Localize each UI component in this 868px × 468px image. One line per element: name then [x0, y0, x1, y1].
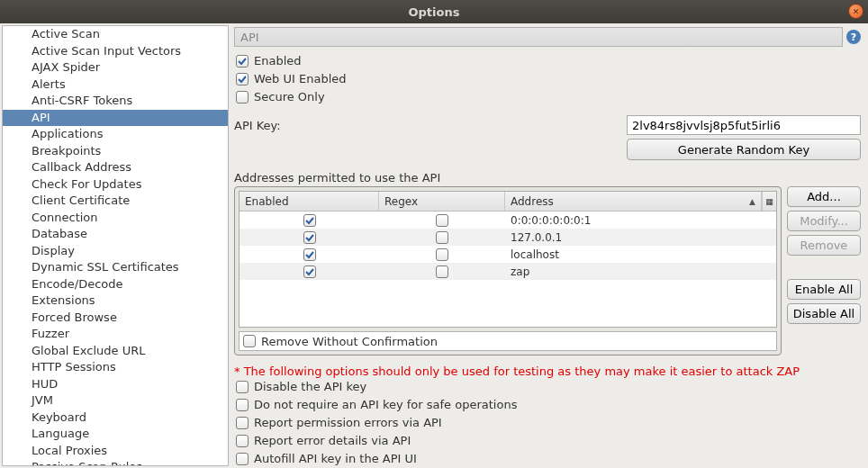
addresses-label: Addresses permitted to use the API	[234, 171, 861, 184]
disable-all-button[interactable]: Disable All	[787, 303, 861, 324]
label-webui-enabled: Web UI Enabled	[254, 71, 347, 87]
sidebar-item[interactable]: Active Scan Input Vectors	[3, 43, 228, 60]
row-address: localhost	[505, 248, 776, 261]
sidebar-item[interactable]: Language	[3, 426, 228, 443]
row-regex-checkbox[interactable]	[436, 214, 448, 227]
checkbox-remove-confirm[interactable]	[243, 335, 256, 347]
sidebar-item[interactable]: Local Proxies	[3, 443, 228, 460]
table-row[interactable]: 0:0:0:0:0:0:0:1	[240, 212, 776, 229]
checkbox-enabled[interactable]	[236, 55, 249, 68]
label-report-perm: Report permission errors via API	[254, 415, 442, 431]
add-button[interactable]: Add...	[787, 186, 861, 207]
row-report-err: Report error details via API	[234, 432, 861, 450]
main-panel: API ? Enabled Web UI Enabled Secure Only…	[231, 23, 868, 468]
label-disable-key: Disable the API key	[254, 379, 366, 395]
row-enabled: Enabled	[234, 52, 861, 70]
sidebar-item[interactable]: Extensions	[3, 292, 228, 310]
enable-all-button[interactable]: Enable All	[787, 279, 861, 300]
sidebar-item[interactable]: HUD	[3, 376, 228, 393]
window-title: Options	[409, 5, 460, 19]
help-icon[interactable]: ?	[846, 30, 861, 44]
sidebar-item[interactable]: HTTP Sessions	[3, 359, 228, 376]
label-enabled: Enabled	[254, 53, 302, 69]
table-body[interactable]: 0:0:0:0:0:0:0:1127.0.0.1localhostzap	[240, 212, 776, 327]
sidebar-item[interactable]: Display	[3, 243, 228, 260]
sidebar-item[interactable]: Active Scan	[3, 26, 228, 43]
checkbox-secure-only[interactable]	[236, 91, 249, 104]
sidebar-item[interactable]: Callback Address	[3, 159, 228, 176]
sidebar-item[interactable]: Anti-CSRF Tokens	[3, 93, 228, 110]
api-key-label: API Key:	[234, 119, 281, 132]
sidebar-item[interactable]: Dynamic SSL Certificates	[3, 259, 228, 276]
row-regex-checkbox[interactable]	[436, 266, 448, 278]
checkbox-webui-enabled[interactable]	[236, 73, 249, 86]
label-autofill: Autofill API key in the API UI	[254, 451, 417, 467]
row-regex-checkbox[interactable]	[436, 248, 448, 261]
checkbox-no-require[interactable]	[236, 399, 249, 411]
checkbox-disable-key[interactable]	[236, 381, 249, 393]
row-regex-checkbox[interactable]	[436, 231, 448, 244]
sort-asc-icon: ▲	[749, 197, 755, 206]
table-row[interactable]: localhost	[240, 246, 776, 263]
sidebar-item[interactable]: Alerts	[3, 76, 228, 94]
remove-button[interactable]: Remove	[787, 235, 861, 256]
sidebar-item[interactable]: Passive Scan Rules	[3, 459, 228, 466]
row-enabled-checkbox[interactable]	[303, 248, 316, 261]
checkbox-report-perm[interactable]	[236, 417, 249, 429]
table-row[interactable]: 127.0.0.1	[240, 229, 776, 246]
sidebar-item[interactable]: Applications	[3, 126, 228, 143]
row-address: 0:0:0:0:0:0:0:1	[505, 214, 776, 227]
table-buttons: Add... Modify... Remove Enable All Disab…	[787, 186, 861, 356]
table-corner-icon[interactable]: ▦	[762, 192, 776, 211]
sidebar-item[interactable]: Connection	[3, 210, 228, 227]
row-enabled-checkbox[interactable]	[303, 214, 316, 227]
row-address: 127.0.0.1	[505, 231, 776, 244]
col-regex[interactable]: Regex	[379, 192, 505, 211]
row-disable-key: Disable the API key	[234, 378, 861, 396]
close-icon[interactable]: ✕	[848, 4, 863, 19]
sidebar-item[interactable]: Check For Updates	[3, 176, 228, 194]
sidebar-item[interactable]: Breakpoints	[3, 143, 228, 160]
row-report-perm: Report permission errors via API	[234, 414, 861, 432]
sidebar-item[interactable]: Global Exclude URL	[3, 343, 228, 360]
sidebar[interactable]: Active ScanActive Scan Input VectorsAJAX…	[2, 25, 229, 466]
row-webui-enabled: Web UI Enabled	[234, 70, 861, 88]
sidebar-item[interactable]: Fuzzer	[3, 326, 228, 343]
sidebar-item[interactable]: Client Certificate	[3, 193, 228, 210]
label-report-err: Report error details via API	[254, 433, 411, 449]
remove-confirm-label: Remove Without Confirmation	[261, 335, 438, 348]
warning-text: * The following options should only be u…	[234, 364, 861, 378]
label-secure-only: Secure Only	[254, 89, 325, 105]
modify-button[interactable]: Modify...	[787, 211, 861, 231]
addresses-table: Enabled Regex Address ▲ ▦ 0:0:0:0:0:0:0:…	[239, 191, 777, 328]
row-secure-only: Secure Only	[234, 88, 861, 106]
content: Active ScanActive Scan Input VectorsAJAX…	[0, 23, 868, 468]
sidebar-item[interactable]: AJAX Spider	[3, 59, 228, 76]
sidebar-item[interactable]: Database	[3, 226, 228, 243]
checkbox-report-err[interactable]	[236, 435, 249, 447]
generate-key-button[interactable]: Generate Random Key	[627, 139, 861, 160]
addresses-frame: Enabled Regex Address ▲ ▦ 0:0:0:0:0:0:0:…	[234, 186, 782, 356]
checkbox-autofill[interactable]	[236, 453, 249, 465]
sidebar-item[interactable]: Encode/Decode	[3, 276, 228, 293]
row-no-require: Do not require an API key for safe opera…	[234, 396, 861, 414]
row-autofill: Autofill API key in the API UI	[234, 450, 861, 468]
col-address-label: Address	[511, 195, 554, 208]
titlebar: Options ✕	[0, 0, 868, 23]
remove-without-confirm-row: Remove Without Confirmation	[239, 331, 777, 351]
table-header: Enabled Regex Address ▲ ▦	[240, 192, 776, 212]
col-enabled[interactable]: Enabled	[240, 192, 379, 211]
col-address[interactable]: Address ▲	[505, 192, 762, 211]
label-no-require: Do not require an API key for safe opera…	[254, 397, 517, 413]
panel-heading: API	[234, 27, 843, 47]
sidebar-item[interactable]: Keyboard	[3, 410, 228, 427]
sidebar-item[interactable]: API	[3, 110, 228, 127]
row-address: zap	[505, 266, 776, 278]
row-enabled-checkbox[interactable]	[303, 266, 316, 278]
table-row[interactable]: zap	[240, 263, 776, 280]
api-key-input[interactable]	[627, 115, 861, 135]
sidebar-item[interactable]: JVM	[3, 392, 228, 410]
row-enabled-checkbox[interactable]	[303, 231, 316, 244]
sidebar-item[interactable]: Forced Browse	[3, 310, 228, 327]
